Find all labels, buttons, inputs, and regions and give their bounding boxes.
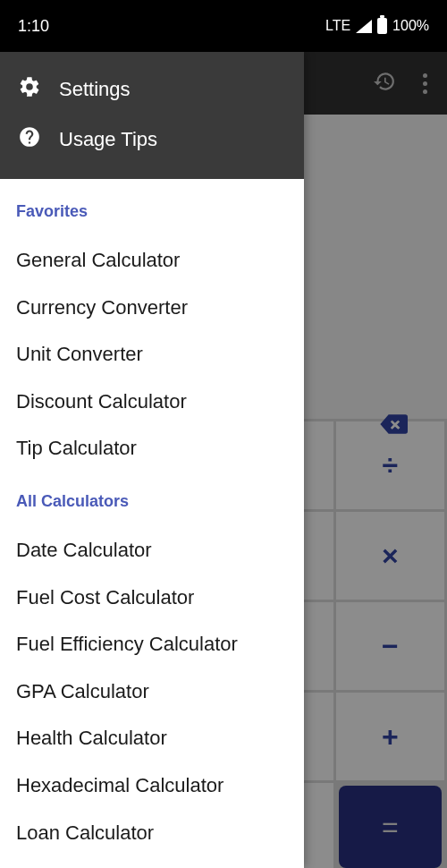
status-bar: 1:10 LTE 100% [0,0,447,52]
drawer-item[interactable]: Currency Converter [16,285,288,332]
drawer-item[interactable]: Fuel Cost Calculator [16,574,288,622]
drawer-item[interactable]: Discount Calculator [16,379,288,426]
gear-icon [18,75,41,104]
drawer-item[interactable]: Tip Calculator [16,425,288,472]
battery-percent: 100% [392,18,429,34]
drawer-item[interactable]: Unit Converter [16,331,288,379]
help-icon [18,125,41,154]
drawer-item[interactable]: GPA Calculator [16,668,288,716]
signal-icon [356,20,372,33]
favorites-header: Favorites [16,202,288,221]
drawer-body[interactable]: Favorites General Calculator Currency Co… [0,179,304,868]
all-calculators-header: All Calculators [16,492,288,511]
status-right: LTE 100% [325,18,429,34]
drawer-item[interactable]: Hexadecimal Calculator [16,762,288,810]
drawer-item[interactable]: Loan Calculator [16,810,288,857]
status-time: 1:10 [18,17,49,36]
usage-tips-label: Usage Tips [59,128,157,151]
drawer-header: Settings Usage Tips [0,52,304,179]
drawer-item[interactable]: Ovulation Calculator [16,856,288,868]
network-label: LTE [325,18,350,34]
drawer-item[interactable]: Health Calculator [16,715,288,762]
settings-label: Settings [59,78,131,101]
usage-tips-item[interactable]: Usage Tips [18,115,286,165]
drawer-item[interactable]: Date Calculator [16,527,288,574]
battery-icon [377,18,387,34]
navigation-drawer: Settings Usage Tips Favorites General Ca… [0,52,304,868]
drawer-item[interactable]: General Calculator [16,237,288,285]
settings-item[interactable]: Settings [18,64,286,115]
drawer-item[interactable]: Fuel Efficiency Calculator [16,621,288,668]
